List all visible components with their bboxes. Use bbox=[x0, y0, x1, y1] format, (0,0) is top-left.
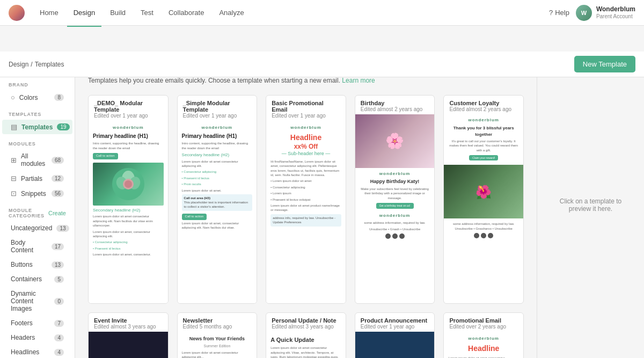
create-category-link[interactable]: Create bbox=[48, 210, 66, 216]
sidebar-item-snippets[interactable]: ⊡ Snippets 56 bbox=[2, 186, 72, 201]
template-card-simple-modular[interactable]: _Simple Modular Template Edited over 1 y… bbox=[177, 95, 258, 304]
help-button[interactable]: ? Help bbox=[549, 9, 569, 17]
breadcrumb: Design / Templates bbox=[9, 61, 64, 68]
sidebar-item-footers[interactable]: Footers 7 bbox=[2, 316, 72, 330]
demo-preview: wonderblum Primary headline (H1) Intro c… bbox=[89, 121, 168, 303]
sidebar-item-containers[interactable]: Containers 5 bbox=[2, 272, 72, 286]
template-grid: _DEMO_ Modular Template Edited over 1 ye… bbox=[88, 95, 524, 358]
all-modules-label: All modules bbox=[21, 152, 47, 167]
template-card-newsletter[interactable]: Newsletter Edited 5 months ago News from… bbox=[177, 312, 258, 358]
nav-analyze[interactable]: Analyze bbox=[213, 5, 250, 20]
user-subtitle: Parent Account bbox=[596, 13, 635, 20]
right-panel: Click on a template to preview it here. bbox=[537, 52, 644, 358]
templates-label: Templates bbox=[21, 123, 53, 131]
loyalty-preview: wonderblum Thank you for 3 blissful year… bbox=[444, 114, 523, 297]
nav-home[interactable]: Home bbox=[33, 5, 65, 20]
template-card-product-announcement[interactable]: Product Announcement Edited over 1 year … bbox=[355, 312, 435, 358]
breadcrumb-design[interactable]: Design bbox=[9, 61, 28, 68]
svg-point-5 bbox=[125, 180, 132, 188]
template-card-demo-modular[interactable]: _DEMO_ Modular Template Edited over 1 ye… bbox=[88, 95, 169, 304]
partials-badge: 12 bbox=[52, 175, 64, 182]
sidebar-item-dynamic-content[interactable]: Dynamic Content Images 0 bbox=[2, 287, 72, 316]
promo-preview: wonderblum Headline xx% Off — Sub-header… bbox=[266, 121, 346, 303]
user-text: Wonderblum Parent Account bbox=[596, 5, 635, 19]
product-preview: Product Announcement Praesent facilisis,… bbox=[355, 332, 435, 358]
snippets-label: Snippets bbox=[21, 190, 46, 198]
nav-right: ? Help W Wonderblum Parent Account bbox=[549, 5, 635, 21]
colors-label: Colors bbox=[19, 94, 38, 101]
promotional-preview: wonderblum Headline Lorem ipsum dolor si… bbox=[444, 332, 523, 358]
personal-preview: A Quick Update Lorem ipsum dolor sit ame… bbox=[266, 332, 346, 358]
logo bbox=[9, 5, 25, 21]
module-categories-title: MODULE CATEGORIES bbox=[9, 208, 48, 218]
all-modules-badge: 68 bbox=[52, 157, 64, 164]
simple-preview: wonderblum Primary headline (H1) Intro c… bbox=[178, 121, 257, 303]
colors-icon: ○ bbox=[11, 93, 15, 101]
brand-section-title: BRAND bbox=[0, 76, 75, 90]
snippets-badge: 56 bbox=[52, 190, 64, 197]
snippets-icon: ⊡ bbox=[11, 189, 17, 198]
event-preview: Event Invitation DEC 12 Summer is here! bbox=[89, 332, 168, 358]
sidebar-item-all-modules[interactable]: ⊞ All modules 68 bbox=[2, 149, 72, 171]
sidebar-item-uncategorized[interactable]: Uncategorized 13 bbox=[2, 221, 72, 235]
learn-more-link[interactable]: Learn more bbox=[342, 77, 375, 84]
top-nav: Home Design Build Test Collaborate Analy… bbox=[0, 0, 644, 26]
template-card-event-invite[interactable]: Event Invite Edited almost 3 years ago E… bbox=[88, 312, 169, 358]
sidebar-item-templates[interactable]: ▤ Templates 19 bbox=[2, 120, 72, 134]
template-card-basic-promo[interactable]: Basic Promotional Email Edited over 1 ye… bbox=[266, 95, 346, 304]
user-name: Wonderblum bbox=[596, 5, 635, 13]
template-card-promotional-email[interactable]: Promotional Email Edited over 2 years ag… bbox=[443, 312, 524, 358]
sidebar: ▦ Overview BRAND ○ Colors 8 TEMPLATES ▤ … bbox=[0, 52, 75, 358]
sidebar-item-headers[interactable]: Headers 4 bbox=[2, 331, 72, 345]
right-panel-message: Click on a template to preview it here. bbox=[548, 198, 633, 213]
partials-icon: ⊟ bbox=[11, 174, 17, 182]
template-card-personal-update[interactable]: Personal Update / Note Edited almost 3 y… bbox=[266, 312, 346, 358]
nav-design[interactable]: Design bbox=[67, 5, 101, 20]
template-card-customer-loyalty[interactable]: Customer Loyalty Edited almost 2 years a… bbox=[443, 95, 524, 304]
sidebar-item-headlines[interactable]: Headlines 4 bbox=[2, 345, 72, 358]
partials-label: Partials bbox=[21, 175, 42, 182]
templates-icon: ▤ bbox=[11, 123, 17, 131]
breadcrumb-templates: Templates bbox=[35, 61, 64, 68]
templates-section-title: TEMPLATES bbox=[0, 105, 75, 119]
newsletter-preview: News from Your Friends Summer Edition Lo… bbox=[178, 332, 257, 358]
nav-test[interactable]: Test bbox=[134, 5, 160, 20]
sidebar-item-partials[interactable]: ⊟ Partials 12 bbox=[2, 171, 72, 186]
page-description: Templates help you create emails quickly… bbox=[88, 77, 524, 84]
avatar: W bbox=[576, 5, 592, 21]
colors-badge: 8 bbox=[54, 94, 64, 101]
sidebar-item-colors[interactable]: ○ Colors 8 bbox=[2, 90, 72, 105]
templates-badge: 19 bbox=[57, 123, 69, 130]
sidebar-item-buttons[interactable]: Buttons 13 bbox=[2, 258, 72, 272]
nav-collaborate[interactable]: Collaborate bbox=[162, 5, 211, 20]
help-icon: ? bbox=[549, 9, 553, 17]
app-layout: ▦ Overview BRAND ○ Colors 8 TEMPLATES ▤ … bbox=[0, 52, 644, 358]
main-content: Templates Templates help you create emai… bbox=[75, 52, 537, 358]
birthday-preview: 🌸 wonderblum Happy Birthday Katy! Make y… bbox=[355, 114, 435, 297]
nav-links: Home Design Build Test Collaborate Analy… bbox=[33, 5, 251, 20]
template-card-birthday[interactable]: Birthday Edited almost 2 years ago 🌸 won… bbox=[355, 95, 435, 304]
modules-section-title: MODULES bbox=[0, 135, 75, 149]
all-modules-icon: ⊞ bbox=[11, 156, 17, 164]
user-info: W Wonderblum Parent Account bbox=[576, 5, 635, 21]
breadcrumb-bar: Design / Templates New Template bbox=[0, 52, 644, 77]
sidebar-item-body-content[interactable]: Body Content 17 bbox=[2, 236, 72, 257]
nav-build[interactable]: Build bbox=[104, 5, 132, 20]
new-template-button[interactable]: New Template bbox=[574, 56, 635, 72]
